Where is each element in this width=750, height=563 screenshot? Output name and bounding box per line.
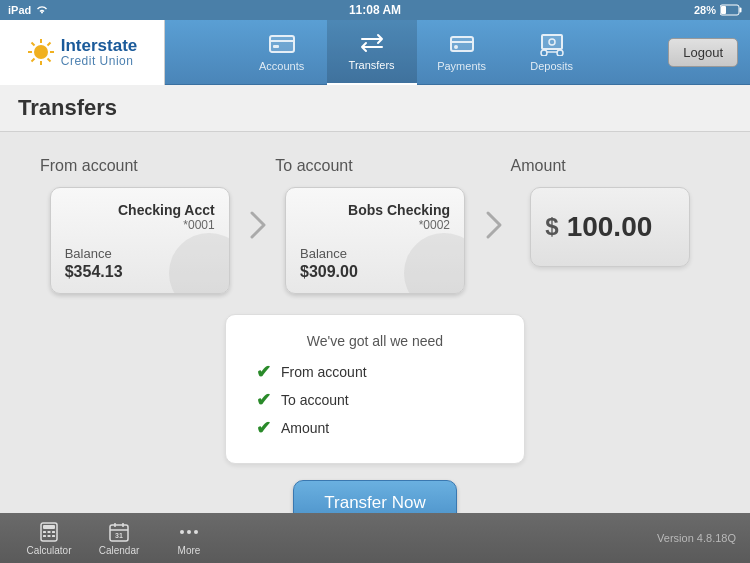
calendar-label: Calendar [99,545,140,556]
logo-area: Interstate Credit Union [0,20,165,85]
more-label: More [178,545,201,556]
confirm-from-label: From account [281,364,367,380]
version-label: Version 4.8.18Q [657,532,736,544]
status-right: 28% [694,4,742,16]
bottom-tool-more[interactable]: More [154,513,224,563]
svg-rect-25 [43,531,46,533]
logo-sun-icon [27,38,55,66]
svg-rect-14 [273,45,279,48]
from-balance-value: $354.13 [65,263,215,281]
carrier-label: iPad [8,4,31,16]
main-content: From account Checking Acct *0001 Balance… [0,132,750,551]
svg-rect-29 [48,535,51,537]
check-icon-to: ✔ [256,389,271,411]
svg-rect-2 [721,6,726,14]
svg-rect-15 [451,37,473,51]
transfer-columns: From account Checking Acct *0001 Balance… [40,157,710,294]
svg-rect-30 [52,535,55,537]
from-account-card[interactable]: Checking Acct *0001 Balance $354.13 [50,187,230,294]
dollar-sign: $ [545,213,558,241]
check-icon-from: ✔ [256,361,271,383]
tab-transfers-label: Transfers [349,59,395,71]
tab-accounts[interactable]: Accounts [237,20,327,85]
tab-deposits-label: Deposits [530,60,573,72]
svg-rect-18 [542,35,562,49]
header: Interstate Credit Union Accounts Transfe… [0,20,750,85]
tab-accounts-label: Accounts [259,60,304,72]
to-account-name: Bobs Checking [300,202,450,218]
amount-value: 100.00 [567,211,653,243]
nav-tabs: Accounts Transfers Payments [165,20,668,84]
battery-label: 28% [694,4,716,16]
from-account-number: *0001 [65,218,215,232]
status-bar: iPad 11:08 AM 28% [0,0,750,20]
to-account-col-label: To account [275,157,352,175]
from-balance-label: Balance [65,246,215,261]
from-account-col-label: From account [40,157,138,175]
from-to-arrow [239,207,275,243]
confirm-from-account: ✔ From account [256,361,494,383]
svg-line-9 [47,59,50,62]
tab-payments-label: Payments [437,60,486,72]
amount-box[interactable]: $ 100.00 [530,187,690,267]
svg-rect-1 [740,8,742,13]
bottom-bar: Calculator 31 Calendar More Version 4.8.… [0,513,750,563]
calculator-label: Calculator [26,545,71,556]
svg-point-21 [557,50,563,56]
calendar-icon: 31 [108,521,130,543]
logout-button[interactable]: Logout [668,38,738,67]
logo-interstate: Interstate [61,37,138,54]
accounts-icon [268,32,296,56]
svg-point-17 [454,45,458,49]
transfers-icon [358,31,386,55]
amount-col-label: Amount [511,157,566,175]
logo-row: Interstate Credit Union [27,37,138,68]
tab-deposits[interactable]: Deposits [507,20,597,85]
tab-transfers[interactable]: Transfers [327,20,417,85]
svg-line-8 [31,43,34,46]
confirm-to-account: ✔ To account [256,389,494,411]
bottom-tool-calendar[interactable]: 31 Calendar [84,513,154,563]
svg-point-36 [180,530,184,534]
svg-point-20 [541,50,547,56]
svg-rect-24 [43,525,55,529]
to-amount-arrow [475,207,511,243]
chevron-right-icon-2 [482,207,504,243]
from-account-col: From account Checking Acct *0001 Balance… [40,157,239,294]
payments-icon [448,32,476,56]
calculator-icon [38,521,60,543]
to-account-col: To account Bobs Checking *0002 Balance $… [275,157,474,294]
confirmation-title: We've got all we need [256,333,494,349]
check-icon-amount: ✔ [256,417,271,439]
logo-text: Interstate Credit Union [61,37,138,68]
battery-icon [720,4,742,16]
svg-rect-12 [270,36,294,52]
confirm-amount-label: Amount [281,420,329,436]
page-title-bar: Transfers [0,85,750,132]
svg-rect-27 [52,531,55,533]
confirm-to-label: To account [281,392,349,408]
amount-col: Amount $ 100.00 [511,157,710,267]
deposits-icon [538,32,566,56]
svg-line-10 [47,43,50,46]
svg-point-38 [194,530,198,534]
svg-point-37 [187,530,191,534]
to-balance-label: Balance [300,246,450,261]
tab-payments[interactable]: Payments [417,20,507,85]
to-account-number: *0002 [300,218,450,232]
svg-rect-28 [43,535,46,537]
more-icon [178,521,200,543]
from-account-name: Checking Acct [65,202,215,218]
bottom-tool-calculator[interactable]: Calculator [14,513,84,563]
svg-line-11 [31,59,34,62]
to-account-card[interactable]: Bobs Checking *0002 Balance $309.00 [285,187,465,294]
page-title: Transfers [18,95,117,120]
confirm-amount: ✔ Amount [256,417,494,439]
svg-text:31: 31 [115,532,123,539]
svg-rect-26 [48,531,51,533]
bottom-tools: Calculator 31 Calendar More [14,513,224,563]
chevron-right-icon-1 [246,207,268,243]
wifi-icon [35,4,49,17]
status-time: 11:08 AM [349,3,401,17]
svg-point-3 [34,45,48,59]
